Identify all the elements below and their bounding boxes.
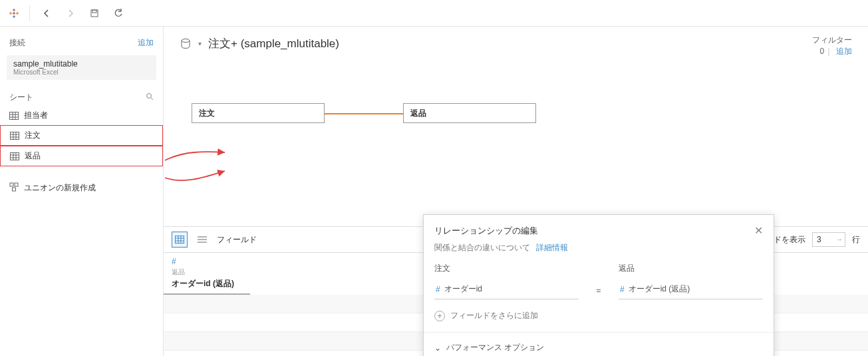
chevron-down-icon: ⌄ [434, 343, 441, 353]
chevron-icon[interactable]: ▾ [198, 40, 202, 47]
left-table-label: 注文 [434, 263, 579, 274]
number-type-icon: # [436, 285, 440, 294]
top-toolbar [0, 0, 868, 27]
union-label: ユニオンの新規作成 [24, 182, 96, 194]
rows-input[interactable]: 3 [812, 232, 845, 247]
right-field-select[interactable]: # オーダーid (返品) [619, 279, 763, 299]
table-label: 注文 [199, 108, 215, 119]
dialog-subtitle: 関係と結合の違いについて 詳細情報 [424, 240, 774, 263]
left-sidebar: 接続 追加 sample_mlutitable Microsoft Excel … [0, 27, 164, 356]
sheets-header: シート [0, 83, 163, 106]
equals-operator[interactable]: = [592, 286, 605, 299]
svg-rect-29 [10, 183, 13, 186]
grid-view-button[interactable] [172, 232, 188, 248]
connection-type: Microsoft Excel [13, 69, 150, 76]
canvas-table-right[interactable]: 返品 [403, 103, 536, 123]
datasource-title[interactable]: 注文+ (sample_mlutitable) [208, 36, 339, 51]
right-table-label: 返品 [619, 263, 763, 274]
connection-name: sample_mlutitable [13, 59, 150, 69]
svg-point-32 [182, 39, 190, 42]
performance-options-toggle[interactable]: ⌄ パフォーマンス オプション [424, 332, 774, 356]
fields-label: フィールド [217, 234, 257, 246]
connections-header: 接続 追加 [0, 33, 163, 53]
content-area: ▾ 注文+ (sample_mlutitable) フィルター 0 | 追加 注… [164, 27, 868, 356]
table-icon [10, 152, 19, 160]
sheet-name: 返品 [25, 150, 41, 162]
column-header[interactable]: # 返品 オーダーid (返品) [164, 253, 250, 295]
plus-circle-icon: + [434, 311, 445, 321]
add-field-label: フィールドをさらに追加 [450, 310, 538, 321]
sheet-item[interactable]: 返品 [0, 146, 163, 166]
new-union-button[interactable]: ユニオンの新規作成 [0, 176, 163, 200]
sheet-item[interactable]: 注文 [0, 125, 163, 146]
table-icon [9, 112, 19, 120]
forward-button[interactable] [63, 6, 78, 21]
relationship-line[interactable] [325, 113, 403, 114]
svg-rect-31 [13, 188, 16, 191]
toolbar-separator [29, 5, 30, 21]
subtitle-text: 関係と結合の違いについて [434, 243, 530, 252]
dialog-title: リレーションシップの編集 [434, 225, 538, 237]
rows-value: 3 [817, 235, 821, 244]
search-icon[interactable] [146, 92, 154, 102]
union-icon [9, 182, 19, 194]
relationship-canvas[interactable]: 注文 返品 [164, 51, 868, 198]
number-type-icon: # [620, 285, 625, 294]
sheet-name: 担当者 [24, 110, 48, 121]
refresh-button[interactable] [111, 6, 126, 21]
more-info-link[interactable]: 詳細情報 [536, 243, 568, 252]
table-label: 返品 [410, 108, 426, 119]
svg-rect-24 [11, 152, 19, 160]
datasource-icon [180, 38, 192, 50]
perf-label: パフォーマンス オプション [446, 342, 544, 353]
list-view-button[interactable] [194, 232, 210, 248]
add-field-pair-button[interactable]: + フィールドをさらに追加 [424, 299, 774, 332]
back-button[interactable] [39, 6, 54, 21]
sheet-name: 注文 [25, 130, 41, 141]
sheets-label: シート [9, 92, 33, 103]
svg-rect-30 [15, 183, 18, 186]
save-button[interactable] [87, 6, 102, 21]
connection-item[interactable]: sample_mlutitable Microsoft Excel [7, 55, 156, 80]
edit-relationship-dialog: リレーションシップの編集 ✕ 関係と結合の違いについて 詳細情報 注文 # オー… [423, 214, 774, 356]
field-name: オーダーid [444, 283, 482, 295]
svg-rect-11 [92, 10, 96, 13]
annotation-arrows [164, 144, 390, 224]
column-source: 返品 [172, 267, 242, 277]
column-name: オーダーid (返品) [172, 278, 242, 289]
sheet-item[interactable]: 担当者 [0, 106, 163, 125]
connections-label: 接続 [9, 37, 25, 49]
svg-point-12 [147, 94, 152, 98]
svg-line-13 [151, 98, 153, 100]
tableau-logo-icon [8, 7, 20, 19]
number-type-icon: # [172, 257, 242, 266]
close-icon[interactable]: ✕ [754, 224, 763, 237]
add-connection-link[interactable]: 追加 [138, 37, 154, 49]
field-name: オーダーid (返品) [629, 283, 690, 295]
canvas-table-left[interactable]: 注文 [192, 103, 325, 123]
svg-rect-14 [10, 112, 19, 119]
rows-label: 行 [852, 234, 860, 246]
filters-label: フィルター [812, 35, 852, 46]
svg-rect-33 [176, 236, 184, 244]
left-field-select[interactable]: # オーダーid [434, 279, 579, 299]
datasource-header: ▾ 注文+ (sample_mlutitable) [164, 27, 868, 51]
table-icon [10, 132, 19, 140]
svg-rect-19 [11, 132, 19, 139]
